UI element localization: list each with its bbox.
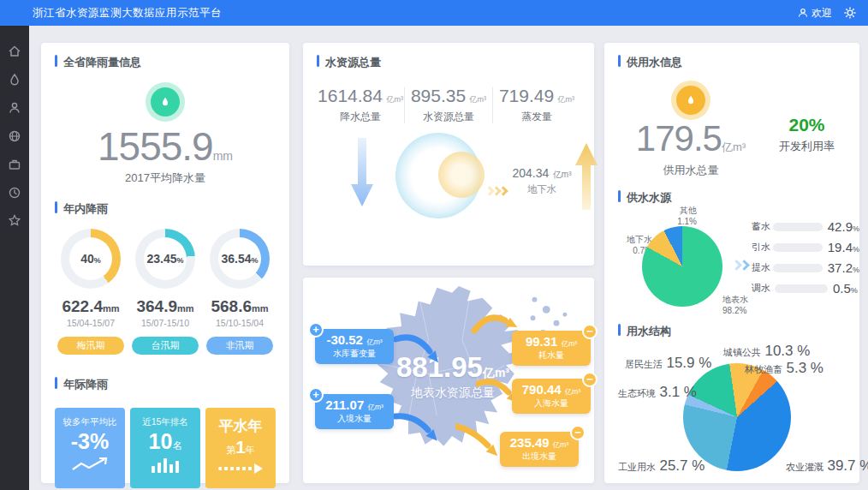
bar-chart-icon: [130, 457, 200, 473]
avg-rainfall-hero: 1555.9mm 2017平均降水量: [55, 82, 276, 186]
water-resources-card: 水资源总量 1614.84 亿m³ 降水总量 895.35 亿m³ 水资源总量 …: [303, 43, 594, 266]
trend-line-icon: [70, 457, 110, 474]
arrow-in-top: [392, 329, 442, 365]
app-title: 浙江省水资源监测大数据应用示范平台: [33, 6, 222, 21]
supply-total-label: 供用水总量: [618, 163, 764, 178]
callout-consumption: − 99.31 亿m³ 耗水量: [512, 331, 591, 366]
groundwater-stat: 204.34 亿m³ 地下水: [508, 165, 575, 196]
section-title-structure: 用水结构: [618, 324, 846, 339]
plus-icon: +: [308, 387, 324, 403]
avg-rainfall-value: 1555.9mm: [55, 125, 276, 169]
callout-outflow: − 235.49 亿m³ 出境水量: [500, 432, 579, 467]
label-industrial: 工业用水 25.7 %: [618, 457, 705, 475]
down-arrow-icon: [349, 138, 375, 208]
minus-icon: −: [582, 372, 597, 387]
section-title-sources: 供水水源: [618, 190, 846, 206]
stat-precipitation: 1614.84 亿m³ 降水总量: [317, 86, 404, 124]
user-icon: [798, 8, 808, 18]
card-rank: 近15年排名 10名: [130, 408, 200, 488]
water-bubble-yellow: [438, 152, 485, 198]
stat-evaporation: 719.49 亿m³ 蒸发量: [493, 86, 580, 124]
dashed-arrow-icon: [218, 464, 263, 473]
usage-structure-chart: 城镇公共 10.3 % 林牧渔畜 5.3 % 农业灌溉 39.7 % 工业用水 …: [618, 344, 846, 490]
donut-feixun: 36.54% 568.6mm 15/10-15/04 非汛期: [204, 229, 276, 355]
utilization-rate: 20% 开发利用率: [779, 115, 835, 154]
medal-icon[interactable]: [8, 214, 21, 228]
label-forestry: 林牧渔畜 5.3 %: [745, 360, 823, 377]
section-title-supply: 供用水信息: [618, 55, 846, 70]
callout-inflow: + 211.07 亿m³ 入境水量: [315, 394, 394, 429]
sources-pie-chart: [642, 226, 722, 307]
resources-stats: 1614.84 亿m³ 降水总量 895.35 亿m³ 水资源总量 719.49…: [317, 86, 580, 124]
badge-feixun: 非汛期: [206, 337, 273, 355]
topbar: 浙江省水资源监测大数据应用示范平台 欢迎: [0, 0, 868, 26]
structure-pie-chart: [683, 363, 791, 471]
section-title-interannual: 年际降雨: [55, 377, 276, 392]
card-water-year: 平水年 第1年: [205, 408, 276, 488]
sidebar: [0, 26, 29, 490]
label-agriculture: 农业灌溉 39.7 %: [786, 457, 868, 475]
supply-hero: 179.5亿m³ 供用水总量 20% 开发利用率: [618, 81, 846, 178]
globe-icon[interactable]: [8, 129, 21, 143]
donut-chart: 23.45%: [135, 229, 195, 289]
card-vs-average: 较多年平均比 -3%: [55, 408, 125, 488]
sources-bar-list: 蓄水 42.9% 引水 19.4% 提水 37.2% 调水 0.5%: [752, 219, 859, 302]
chevrons-right-icon: [733, 257, 748, 272]
surface-water-map-card: 881.95亿m³ 地表水资源总量 + -30.52 亿m³ 水库蓄变量 + 2…: [303, 278, 594, 483]
section-title-rainfall: 全省降雨量信息: [55, 55, 276, 70]
annual-rain-donuts: 40% 622.4mm 15/04-15/07 梅汛期 23.45% 364.9…: [55, 229, 276, 355]
clock-icon[interactable]: [8, 186, 21, 200]
interannual-cards: 较多年平均比 -3% 近15年排名 10名 平水年 第1年: [55, 408, 276, 488]
stat-total-resources: 895.35 亿m³ 水资源总量: [405, 86, 492, 124]
supply-drop-icon: [671, 81, 710, 120]
home-icon[interactable]: [8, 45, 21, 58]
callout-reservoir-change: + -30.52 亿m³ 水库蓄变量: [315, 329, 394, 364]
badge-meixun: 梅汛期: [57, 337, 124, 355]
minus-icon: −: [570, 425, 586, 440]
badge-taixun: 台汛期: [132, 337, 199, 355]
up-arrow-icon: [574, 143, 599, 210]
supply-total-value: 179.5亿m³: [618, 120, 764, 158]
water-cycle-graphic: 204.34 亿m³ 地下水: [317, 129, 580, 266]
label-urban-public: 城镇公共 10.3 %: [723, 343, 810, 360]
rainfall-card: 全省降雨量信息 1555.9mm 2017平均降水量 年内降雨 40% 622.…: [41, 43, 289, 483]
section-title-resources: 水资源总量: [317, 55, 580, 70]
avg-rainfall-caption: 2017平均降水量: [55, 170, 276, 186]
section-title-annual-rain: 年内降雨: [55, 201, 276, 217]
arrow-in-bottom: [392, 408, 442, 445]
donut-chart: 40%: [61, 229, 121, 289]
arrow-out-top: [471, 310, 517, 343]
welcome-label: 欢迎: [812, 6, 832, 21]
bar-row-transfer: 调水 0.5%: [752, 281, 859, 296]
donut-taixun: 23.45% 364.9mm 15/07-15/10 台汛期: [129, 229, 201, 355]
briefcase-icon[interactable]: [8, 158, 21, 171]
bar-row-pumping: 提水 37.2%: [752, 260, 859, 275]
bar-row-storage: 蓄水 42.9%: [752, 219, 859, 234]
user-stats-icon[interactable]: [8, 101, 21, 115]
callout-to-sea: − 790.44 亿m³ 入海水量: [512, 379, 591, 414]
label-ecology: 生态环境 3.1 %: [618, 384, 697, 401]
pie-label-other: 其他1.1%: [659, 206, 697, 227]
rain-drop-icon: [146, 82, 185, 122]
donut-meixun: 40% 622.4mm 15/04-15/07 梅汛期: [55, 229, 127, 355]
plus-icon: +: [308, 322, 324, 338]
label-residential: 居民生活 15.9 %: [625, 355, 711, 372]
supply-sources-chart: 其他1.1% 地下水0.7% 地表水98.2% 蓄水 42.9% 引水 19.4…: [618, 212, 846, 319]
water-supply-card: 供用水信息 179.5亿m³ 供用水总量 20% 开发利用率 供水水源 其他1.…: [604, 43, 859, 483]
donut-chart: 36.54%: [210, 229, 270, 289]
welcome-menu[interactable]: 欢迎: [798, 6, 832, 21]
gear-icon[interactable]: [844, 7, 856, 19]
chevrons-right-icon: [486, 182, 507, 198]
bar-row-diversion: 引水 19.4%: [752, 240, 859, 254]
water-drop-icon[interactable]: [8, 73, 21, 87]
minus-icon: −: [582, 324, 597, 339]
arrow-out-bottom: [455, 421, 500, 457]
